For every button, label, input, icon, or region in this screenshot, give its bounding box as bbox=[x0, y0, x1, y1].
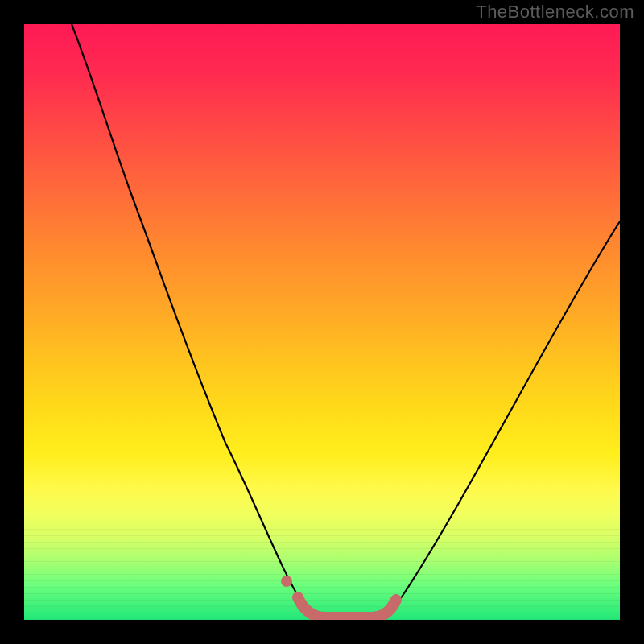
bottleneck-curve bbox=[72, 24, 620, 618]
optimal-band-marker bbox=[298, 597, 396, 617]
marker-dot bbox=[281, 576, 292, 587]
plot-area bbox=[24, 24, 620, 620]
chart-frame: TheBottleneck.com bbox=[0, 0, 644, 644]
watermark-text: TheBottleneck.com bbox=[476, 2, 634, 23]
curve-layer bbox=[24, 24, 620, 620]
